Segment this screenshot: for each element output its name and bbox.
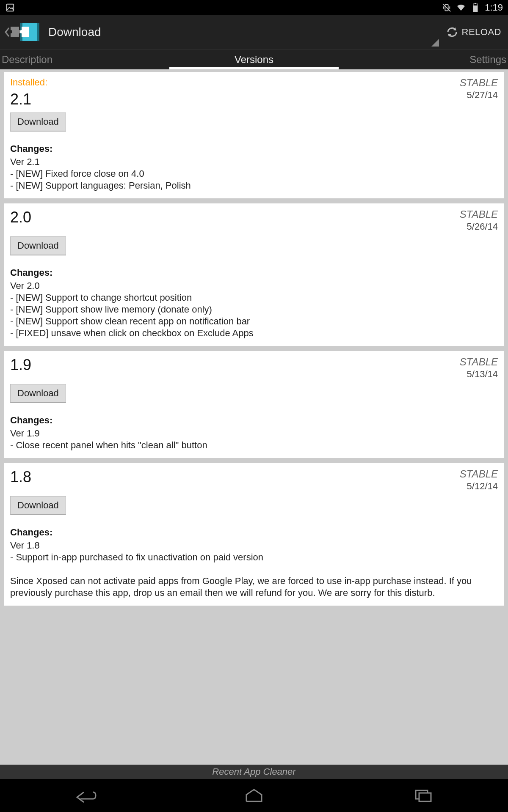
stability-label: STABLE xyxy=(460,208,498,220)
version-card-header: 1.9STABLE5/13/14 xyxy=(10,356,498,380)
stability-label: STABLE xyxy=(460,356,498,368)
changes-heading: Changes: xyxy=(10,267,498,278)
changes-body: Ver 1.9 - Close recent panel when hits "… xyxy=(10,428,498,451)
version-date: 5/12/14 xyxy=(460,481,498,492)
version-card-header: Installed:2.1STABLE5/27/14 xyxy=(10,77,498,108)
wifi-icon xyxy=(456,3,466,13)
reload-button[interactable]: RELOAD xyxy=(442,15,505,49)
page-title: Download xyxy=(48,25,101,39)
clock-text: 1:19 xyxy=(485,2,503,13)
svg-rect-10 xyxy=(37,23,39,41)
home-icon xyxy=(244,788,264,803)
stability-label: STABLE xyxy=(460,468,498,480)
download-button[interactable]: Download xyxy=(10,236,66,255)
svg-rect-14 xyxy=(419,793,431,801)
title-spinner[interactable]: Download xyxy=(42,15,442,49)
changes-heading: Changes: xyxy=(10,415,498,426)
status-right: 1:19 xyxy=(442,2,503,13)
version-info: Installed:2.1 xyxy=(10,77,47,108)
status-left xyxy=(5,3,15,13)
version-info: 2.0 xyxy=(10,208,31,226)
version-date: 5/27/14 xyxy=(460,90,498,101)
back-icon xyxy=(73,788,97,803)
stability-label: STABLE xyxy=(460,77,498,89)
app-up-button[interactable] xyxy=(3,19,42,45)
versions-list[interactable]: Installed:2.1STABLE5/27/14DownloadChange… xyxy=(0,69,508,765)
version-card: 1.9STABLE5/13/14DownloadChanges:Ver 1.9 … xyxy=(4,351,504,458)
version-meta: STABLE5/12/14 xyxy=(460,468,498,492)
version-date: 5/26/14 xyxy=(460,221,498,232)
version-info: 1.9 xyxy=(10,356,31,374)
reload-label: RELOAD xyxy=(462,27,501,38)
svg-rect-7 xyxy=(473,5,478,12)
changes-body: Ver 2.0 - [NEW] Support to change shortc… xyxy=(10,280,498,339)
version-card: 1.8STABLE5/12/14DownloadChanges:Ver 1.8 … xyxy=(4,463,504,606)
module-name-bar: Recent App Cleaner xyxy=(0,765,508,779)
changes-body: Ver 1.8 - Support in-app purchased to fi… xyxy=(10,540,498,599)
tab-versions[interactable]: Versions xyxy=(170,49,338,69)
version-number: 2.1 xyxy=(10,91,47,108)
action-bar: Download RELOAD xyxy=(0,15,508,49)
version-number: 2.0 xyxy=(10,208,31,226)
nav-bar xyxy=(0,779,508,812)
nav-back-button[interactable] xyxy=(59,785,110,806)
tab-versions-label: Versions xyxy=(235,54,273,66)
version-number: 1.9 xyxy=(10,356,31,374)
image-icon xyxy=(5,3,15,13)
tab-settings-label: Settings xyxy=(469,54,506,66)
changes-heading: Changes: xyxy=(10,527,498,538)
changes-body: Ver 2.1 - [NEW] Fixed force close on 4.0… xyxy=(10,156,498,192)
tab-description[interactable]: Description xyxy=(0,49,170,69)
nav-recents-button[interactable] xyxy=(398,785,449,806)
recents-icon xyxy=(413,788,433,803)
spinner-indicator-icon xyxy=(431,39,439,47)
version-meta: STABLE5/13/14 xyxy=(460,356,498,380)
version-number: 1.8 xyxy=(10,468,31,486)
tab-description-label: Description xyxy=(2,54,52,66)
nav-home-button[interactable] xyxy=(229,785,279,806)
version-card-header: 2.0STABLE5/26/14 xyxy=(10,208,498,232)
version-card: 2.0STABLE5/26/14DownloadChanges:Ver 2.0 … xyxy=(4,203,504,346)
version-date: 5/13/14 xyxy=(460,369,498,380)
changes-heading: Changes: xyxy=(10,143,498,154)
reload-icon xyxy=(446,26,458,38)
version-card: Installed:2.1STABLE5/27/14DownloadChange… xyxy=(4,72,504,198)
download-button[interactable]: Download xyxy=(10,496,66,515)
tab-bar: Description Versions Settings xyxy=(0,49,508,69)
download-button[interactable]: Download xyxy=(10,112,66,132)
status-bar: 1:19 xyxy=(0,0,508,15)
vibrate-icon xyxy=(442,3,452,13)
tab-settings[interactable]: Settings xyxy=(338,49,508,69)
version-meta: STABLE5/26/14 xyxy=(460,208,498,232)
version-info: 1.8 xyxy=(10,468,31,486)
download-button[interactable]: Download xyxy=(10,384,66,403)
installed-label: Installed: xyxy=(10,77,47,88)
version-meta: STABLE5/27/14 xyxy=(460,77,498,101)
version-card-header: 1.8STABLE5/12/14 xyxy=(10,468,498,492)
module-name: Recent App Cleaner xyxy=(212,766,295,777)
battery-icon xyxy=(470,3,480,13)
